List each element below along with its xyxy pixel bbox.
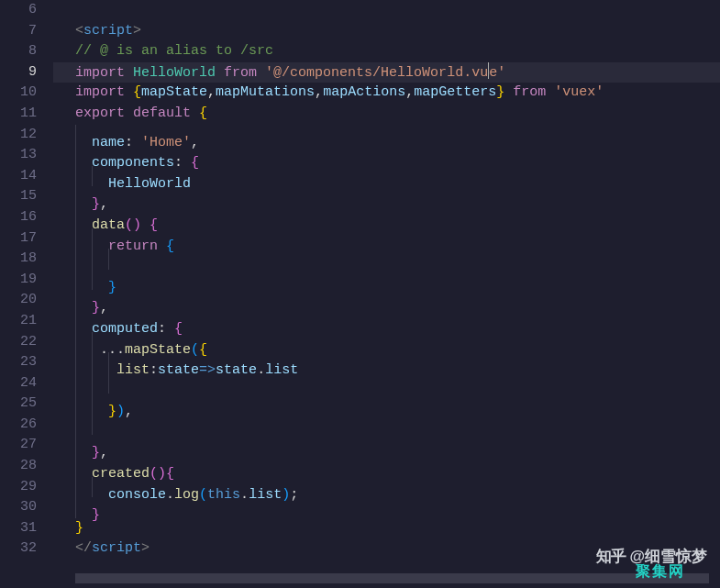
- line-number: 25: [0, 394, 53, 415]
- code-line[interactable]: list:state=>state.list: [53, 352, 720, 373]
- zhihu-logo: 知乎: [596, 548, 626, 565]
- horizontal-scrollbar[interactable]: [75, 573, 709, 583]
- code-line[interactable]: // @ is an alias to /src: [53, 41, 720, 62]
- code-line[interactable]: export default {: [53, 104, 720, 125]
- line-number: 30: [0, 497, 53, 518]
- line-number: 27: [0, 435, 53, 456]
- line-number: 12: [0, 125, 53, 146]
- line-number: 19: [0, 270, 53, 291]
- line-number: 11: [0, 104, 53, 125]
- code-line[interactable]: console.log(this.list);: [53, 477, 720, 498]
- line-number: 13: [0, 145, 53, 166]
- line-number: 29: [0, 477, 53, 498]
- code-area[interactable]: <script>// @ is an alias to /srcimport H…: [53, 0, 720, 573]
- code-line[interactable]: import {mapState,mapMutations,mapActions…: [53, 83, 720, 104]
- code-line[interactable]: },: [53, 435, 720, 456]
- line-number: 20: [0, 290, 53, 311]
- line-number: 21: [0, 311, 53, 332]
- code-line[interactable]: },: [53, 290, 720, 311]
- code-editor[interactable]: 6789101112131415161718192021222324252627…: [0, 0, 720, 573]
- line-number: 26: [0, 415, 53, 436]
- code-line[interactable]: <script>: [53, 21, 720, 42]
- line-number: 18: [0, 249, 53, 270]
- code-line[interactable]: name: 'Home',: [53, 125, 720, 146]
- code-line[interactable]: HelloWorld: [53, 166, 720, 187]
- code-line[interactable]: }),: [53, 394, 720, 415]
- line-number: 8: [0, 41, 53, 62]
- line-number-gutter: 6789101112131415161718192021222324252627…: [0, 0, 53, 573]
- code-line[interactable]: data() {: [53, 207, 720, 228]
- code-line[interactable]: [53, 415, 720, 436]
- code-line[interactable]: import HelloWorld from '@/components/Hel…: [53, 62, 720, 83]
- line-number: 7: [0, 21, 53, 42]
- code-line[interactable]: }: [53, 518, 720, 539]
- line-number: 10: [0, 83, 53, 104]
- line-number: 28: [0, 456, 53, 477]
- code-line[interactable]: computed: {: [53, 311, 720, 332]
- line-number: 15: [0, 186, 53, 207]
- line-number: 14: [0, 166, 53, 187]
- code-line[interactable]: return {: [53, 228, 720, 250]
- code-line[interactable]: ...mapState({: [53, 332, 720, 353]
- site-watermark: 聚集网: [636, 561, 685, 582]
- line-number: 23: [0, 352, 53, 373]
- code-line[interactable]: [53, 0, 720, 21]
- code-line[interactable]: }: [53, 270, 720, 291]
- line-number: 32: [0, 538, 53, 560]
- line-number: 6: [0, 0, 53, 21]
- line-number: 17: [0, 228, 53, 250]
- line-number: 31: [0, 518, 53, 539]
- line-number: 24: [0, 373, 53, 394]
- line-number: 22: [0, 332, 53, 353]
- line-number: 9: [0, 62, 53, 83]
- code-line[interactable]: components: {: [53, 145, 720, 166]
- line-number: 16: [0, 207, 53, 228]
- code-line[interactable]: created(){: [53, 456, 720, 477]
